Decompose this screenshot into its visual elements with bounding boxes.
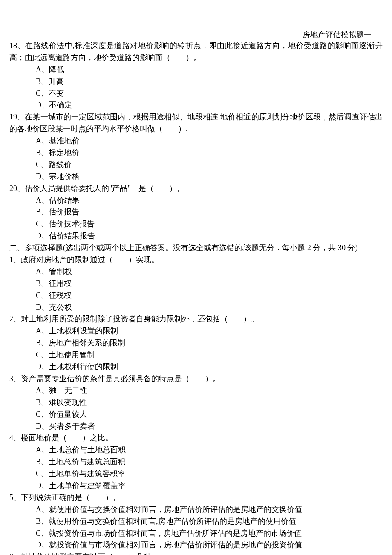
option-c: C、估价技术报告 [36, 218, 383, 230]
option-b: B、征用权 [36, 278, 383, 290]
question-stem: 20、估价人员提供给委托人的"产品" 是（ ）。 [9, 183, 383, 195]
option-b: B、难以变现性 [36, 397, 383, 409]
question-stem: 6、补地价的情形主要有以下（ ）几种。 [9, 551, 383, 555]
option-c: C、就投资价值与市场价值相对而言，房地产估价所评估的是房地产的市场价值 [36, 528, 383, 540]
multi-question-2: 2、对土地利用所受的限制除了投资者自身能力限制外，还包括（ ）。 A、土地权利设… [9, 313, 383, 373]
option-b: B、土地总价与建筑总面积 [36, 456, 383, 468]
option-a: A、土地总价与土地总面积 [36, 444, 383, 456]
option-c: C、不变 [36, 88, 383, 100]
option-d: D、充公权 [36, 302, 383, 314]
option-c: C、价值量较大 [36, 409, 383, 421]
option-a: A、独一无二性 [36, 385, 383, 397]
question-number: 2、 [9, 315, 21, 323]
option-d: D、估价结果报告 [36, 230, 383, 242]
multi-question-1: 1、政府对房地产的限制通过（ ）实现。 A、管制权 B、征用权 C、征税权 D、… [9, 254, 383, 313]
question-text: 楼面地价是（ ）之比。 [21, 434, 113, 442]
multi-question-4: 4、楼面地价是（ ）之比。 A、土地总价与土地总面积 B、土地总价与建筑总面积 … [9, 432, 383, 491]
question-text: 资产需要专业估价的条件是其必须具备的特点是（ ）。 [21, 374, 220, 383]
exam-content: 18、在路线价法中,标准深度是道路对地价影响的转折点，即由此接近道路方向，地价受… [9, 30, 383, 555]
question-number: 4、 [9, 434, 21, 442]
question-stem: 19、在某一城市的一定区域范围内，根据用途相似、地段相连.地价相近的原则划分地价… [9, 111, 383, 135]
question-number: 6、 [9, 552, 21, 555]
option-b: B、升高 [36, 76, 383, 88]
question-19: 19、在某一城市的一定区域范围内，根据用途相似、地段相连.地价相近的原则划分地价… [9, 111, 383, 182]
question-number: 1、 [9, 255, 21, 264]
question-options: A、管制权 B、征用权 C、征税权 D、充公权 [9, 266, 383, 314]
question-options: A、估价结果 B、估价报告 C、估价技术报告 D、估价结果报告 [9, 195, 383, 243]
question-text: 在某一城市的一定区域范围内，根据用途相似、地段相连.地价相近的原则划分地价区段，… [9, 113, 383, 133]
question-options: A、降低 B、升高 C、不变 D、不确定 [9, 64, 383, 112]
option-b: B、估价报告 [36, 206, 383, 218]
multi-question-6: 6、补地价的情形主要有以下（ ）几种。 A、更改原出让土地使用权时规定的用途 B… [9, 551, 383, 555]
option-c: C、路线价 [36, 159, 383, 171]
option-a: A、基准地价 [36, 135, 383, 147]
question-text: 政府对房地产的限制通过（ ）实现。 [21, 255, 159, 264]
option-d: D、买者多于卖者 [36, 421, 383, 433]
multi-question-5: 5、下列说法正确的是（ ）。 A、就使用价值与交换价值相对而言，房地产估价所评估… [9, 492, 383, 551]
question-text: 下列说法正确的是（ ）。 [21, 493, 121, 502]
question-stem: 3、资产需要专业估价的条件是其必须具备的特点是（ ）。 [9, 373, 383, 385]
question-number: 19、 [9, 113, 25, 121]
option-a: A、降低 [36, 64, 383, 76]
option-c: C、土地单价与建筑容积率 [36, 468, 383, 480]
question-number: 5、 [9, 493, 21, 502]
question-options: A、土地总价与土地总面积 B、土地总价与建筑总面积 C、土地单价与建筑容积率 D… [9, 444, 383, 492]
option-c: C、土地使用管制 [36, 349, 383, 361]
question-options: A、就使用价值与交换价值相对而言，房地产估价所评估的是房地产的交换价值 B、就使… [9, 504, 383, 552]
multi-question-3: 3、资产需要专业估价的条件是其必须具备的特点是（ ）。 A、独一无二性 B、难以… [9, 373, 383, 432]
option-d: D、土地单价与建筑覆盖率 [36, 480, 383, 492]
question-number: 20、 [9, 184, 25, 193]
question-stem: 1、政府对房地产的限制通过（ ）实现。 [9, 254, 383, 266]
question-text: 在路线价法中,标准深度是道路对地价影响的转折点，即由此接近道路方向，地价受道路的… [9, 41, 383, 62]
option-a: A、估价结果 [36, 195, 383, 207]
page-header-note: 房地产评估模拟题一 [303, 29, 372, 41]
question-text: 估价人员提供给委托人的"产品" 是（ ）。 [25, 184, 184, 193]
option-b: B、房地产相邻关系的限制 [36, 337, 383, 349]
question-options: A、土地权利设置的限制 B、房地产相邻关系的限制 C、土地使用管制 D、土地权利… [9, 325, 383, 373]
question-18: 18、在路线价法中,标准深度是道路对地价影响的转折点，即由此接近道路方向，地价受… [9, 40, 383, 111]
option-d: D、不确定 [36, 99, 383, 111]
question-text: 对土地利用所受的限制除了投资者自身能力限制外，还包括（ ）。 [21, 315, 259, 323]
question-stem: 5、下列说法正确的是（ ）。 [9, 492, 383, 504]
question-options: A、独一无二性 B、难以变现性 C、价值量较大 D、买者多于卖者 [9, 385, 383, 433]
option-a: A、土地权利设置的限制 [36, 325, 383, 337]
question-20: 20、估价人员提供给委托人的"产品" 是（ ）。 A、估价结果 B、估价报告 C… [9, 183, 383, 242]
option-b: B、就使用价值与交换价值相对而言,房地产估价所评估的是房地产的使用价值 [36, 516, 383, 528]
question-stem: 18、在路线价法中,标准深度是道路对地价影响的转折点，即由此接近道路方向，地价受… [9, 40, 383, 64]
question-number: 3、 [9, 374, 21, 383]
option-d: D、土地权利行使的限制 [36, 361, 383, 373]
option-d: D、就投资价值与市场价值相对而言，房地产估价所评估的是房地产的投资价值 [36, 539, 383, 551]
option-b: B、标定地价 [36, 147, 383, 159]
question-number: 18、 [9, 41, 25, 50]
question-options: A、基准地价 B、标定地价 C、路线价 D、宗地价格 [9, 135, 383, 183]
option-a: A、管制权 [36, 266, 383, 278]
question-text: 补地价的情形主要有以下（ ）几种。 [21, 552, 159, 555]
option-d: D、宗地价格 [36, 171, 383, 183]
question-stem: 2、对土地利用所受的限制除了投资者自身能力限制外，还包括（ ）。 [9, 313, 383, 325]
section-2-title: 二、多项选择题(选出两个或两个以上正确答案。没有选全或有选错的,该题无分．每小题… [9, 242, 383, 254]
option-c: C、征税权 [36, 290, 383, 302]
option-a: A、就使用价值与交换价值相对而言，房地产估价所评估的是房地产的交换价值 [36, 504, 383, 516]
question-stem: 4、楼面地价是（ ）之比。 [9, 432, 383, 444]
